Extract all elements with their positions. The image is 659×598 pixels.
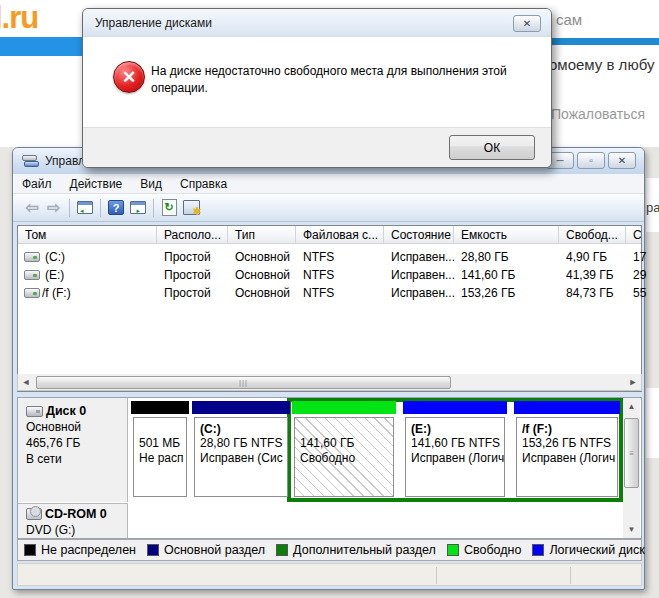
cell-type: Основной (235, 250, 290, 264)
webpage-blue-block (0, 37, 82, 56)
horizontal-scrollbar[interactable]: ◄ ||| ► (17, 374, 642, 391)
disk0-label: Диск 0 (46, 404, 86, 418)
partition-e[interactable]: (E:) 141,60 ГБ NTFS Исправен (Логич (403, 401, 507, 499)
scrollbar-thumb[interactable]: ||| (36, 376, 451, 389)
volume-row-c[interactable]: (C:) Простой Основной NTFS Исправен... 2… (18, 249, 641, 267)
statusbar-divider (436, 567, 437, 584)
toolbar-separator (153, 199, 154, 217)
cell-capacity: 28,80 ГБ (461, 250, 509, 264)
volume-list-header: Том Располо... Тип Файловая с... Состоян… (18, 226, 641, 244)
menu-help[interactable]: Справка (171, 175, 236, 193)
disk-graph-area: Диск 0 Основной 465,76 ГБ В сети 501 МБ … (17, 397, 642, 539)
cell-status: Исправен... (391, 250, 455, 264)
column-header-free[interactable]: Свобод... (559, 226, 626, 244)
dialog-footer: ОК (83, 127, 551, 168)
site-logo: l.ru (0, 0, 38, 36)
partition-color-bar (403, 401, 507, 414)
column-header-type[interactable]: Тип (228, 226, 296, 244)
help-icon[interactable]: ? (106, 198, 126, 218)
partition-color-bar (514, 401, 620, 414)
cell-capacity: 153,26 ГБ (461, 286, 515, 300)
dialog-title: Управление дисками (95, 16, 212, 30)
ok-button[interactable]: ОК (449, 135, 535, 160)
dialog-body: ✕ На диске недостаточно свободного места… (83, 37, 551, 127)
cell-free: 84,73 ГБ (566, 286, 614, 300)
menu-bar: Файл Действие Вид Справка (13, 174, 644, 194)
dialog-titlebar[interactable]: Управление дисками (83, 9, 551, 37)
column-header-volume[interactable]: Том (18, 226, 157, 244)
cell-filesystem: NTFS (303, 250, 334, 264)
volume-icon (24, 270, 40, 280)
refresh-icon[interactable]: ↻ (159, 198, 179, 218)
cell-freepct: 29 (633, 268, 646, 282)
cell-freepct: 55 (633, 286, 646, 300)
rescan-disks-icon[interactable]: ✱ (181, 198, 201, 218)
cell-type: Основной (235, 286, 290, 300)
message-line2: операции. (151, 80, 531, 97)
volume-list: Том Располо... Тип Файловая с... Состоян… (17, 225, 642, 392)
volume-row-f[interactable]: /f (F:) Простой Основной NTFS Исправен..… (18, 285, 641, 303)
disk0-panel[interactable]: Диск 0 Основной 465,76 ГБ В сети (18, 398, 128, 502)
legend-primary: Основной раздел (147, 543, 265, 557)
scroll-down-icon[interactable]: ▼ (624, 522, 639, 537)
action-pane-icon[interactable]: ▸ (128, 198, 148, 218)
scrollbar-thumb[interactable]: ≡ (624, 418, 639, 488)
forward-icon[interactable]: ⇨ (44, 198, 64, 218)
report-link[interactable]: Пожаловаться (551, 106, 645, 122)
partition-c[interactable]: (C:) 28,80 ГБ NTFS Исправен (Сис (192, 401, 290, 499)
disk0-size: 465,76 ГБ (26, 436, 127, 450)
legend-bar: Не распределен Основной раздел Дополните… (17, 539, 642, 561)
legend-swatch (276, 544, 288, 556)
disk0-status: В сети (26, 452, 127, 466)
cell-volume: (E:) (45, 268, 64, 282)
partition-color-bar (292, 401, 396, 414)
dialog-close-icon[interactable]: ✕ (513, 15, 541, 32)
partition-free-space[interactable]: 141,60 ГБ Свободно (292, 401, 396, 499)
back-icon[interactable]: ⇦ (22, 198, 42, 218)
cdrom-panel[interactable]: CD-ROM 0 DVD (G:) (18, 503, 128, 538)
maximize-button[interactable]: ▫ (577, 152, 605, 169)
column-header-status[interactable]: Состояние (384, 226, 454, 244)
webpage-right-cell (646, 388, 659, 458)
volume-row-e[interactable]: (E:) Простой Основной NTFS Исправен... 1… (18, 267, 641, 285)
column-header-capacity[interactable]: Емкость (454, 226, 559, 244)
close-button[interactable]: ✕ (608, 152, 636, 169)
menu-view[interactable]: Вид (131, 175, 171, 193)
legend-logical: Логический диск (532, 543, 644, 557)
column-header-layout[interactable]: Располо... (157, 226, 228, 244)
cdrom-label: CD-ROM 0 (45, 507, 107, 521)
statusbar-divider (570, 567, 571, 584)
vertical-scrollbar[interactable]: ▲ ≡ ▼ (623, 398, 640, 538)
cell-status: Исправен... (391, 286, 455, 300)
scroll-right-icon[interactable]: ► (625, 375, 641, 390)
scroll-left-icon[interactable]: ◄ (18, 375, 34, 390)
console-tree-icon[interactable]: ◂ (75, 198, 95, 218)
cell-status: Исправен... (391, 268, 455, 282)
column-header-filesystem[interactable]: Файловая с... (296, 226, 384, 244)
cell-type: Основной (235, 268, 290, 282)
cell-freepct: 17 (633, 250, 646, 264)
cdrom-icon (26, 508, 42, 520)
toolbar-separator (69, 199, 70, 217)
disk-management-icon (22, 154, 39, 168)
disk-management-window: Управл ─ ▫ ✕ Файл Действие Вид Справка ⇦… (12, 147, 645, 590)
cell-free: 4,90 ГБ (566, 250, 607, 264)
legend-swatch (24, 544, 36, 556)
legend-extended: Дополнительный раздел (276, 543, 436, 557)
disk0-type: Основной (26, 420, 127, 434)
legend-free: Свободно (447, 543, 521, 557)
partition-unallocated[interactable]: 501 МБ Не расп (131, 401, 189, 499)
disk-icon (26, 406, 43, 417)
cell-volume: /f (F:) (42, 286, 71, 300)
menu-action[interactable]: Действие (61, 175, 132, 193)
cell-free: 41,39 ГБ (566, 268, 614, 282)
cdrom-media: DVD (G:) (26, 523, 127, 537)
error-dialog: Управление дисками ✕ ✕ На диске недостат… (82, 8, 552, 168)
legend-swatch (447, 544, 459, 556)
legend-swatch (147, 544, 159, 556)
partition-color-bar (131, 401, 189, 414)
partition-f[interactable]: /f (F:) 153,26 ГБ NTFS Исправен (Логич (514, 401, 620, 499)
scroll-up-icon[interactable]: ▲ (624, 399, 639, 414)
column-header-freepct[interactable]: Св (626, 226, 641, 244)
menu-file[interactable]: Файл (13, 175, 61, 193)
